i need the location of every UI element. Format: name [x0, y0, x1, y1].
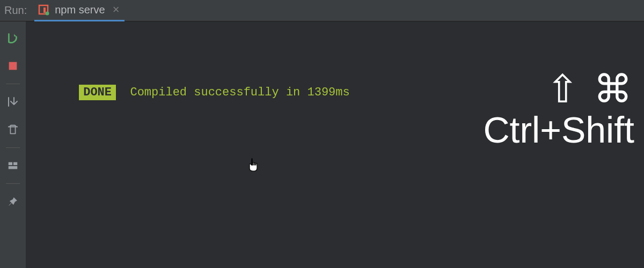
gutter-divider-3: [6, 183, 20, 184]
layout-button[interactable]: [6, 159, 20, 173]
console-output[interactable]: DONE Compiled successfully in 1399ms App…: [26, 21, 644, 268]
delete-button[interactable]: [6, 123, 20, 137]
stop-button[interactable]: [6, 59, 20, 73]
svg-rect-5: [13, 162, 17, 166]
done-badge: DONE: [79, 85, 116, 100]
run-tab[interactable]: npm serve ×: [34, 0, 125, 21]
svg-rect-1: [43, 8, 46, 13]
npm-icon: [38, 4, 49, 16]
gutter-divider: [6, 84, 20, 84]
pin-button[interactable]: [6, 195, 20, 209]
compiled-message: Compiled successfully in 1399ms: [130, 86, 349, 99]
svg-point-2: [46, 12, 49, 16]
close-icon[interactable]: ×: [113, 4, 120, 16]
gutter-divider-2: [6, 147, 20, 148]
rerun-button[interactable]: [6, 31, 20, 45]
svg-rect-3: [9, 62, 17, 70]
tab-title: npm serve: [55, 4, 105, 16]
run-label: Run:: [4, 4, 27, 17]
svg-rect-4: [9, 162, 12, 166]
run-tab-bar: Run: npm serve ×: [0, 0, 644, 21]
svg-rect-6: [9, 166, 18, 169]
run-gutter: [0, 21, 26, 268]
scroll-to-end-button[interactable]: [6, 95, 20, 109]
